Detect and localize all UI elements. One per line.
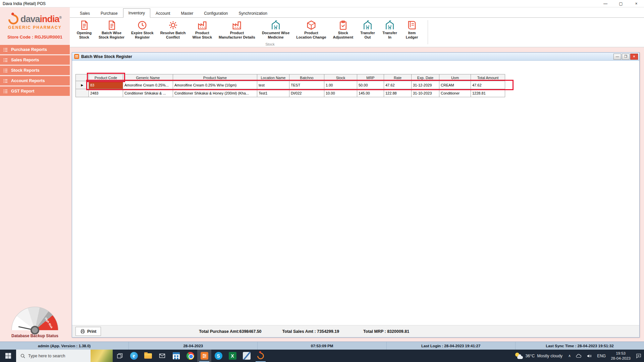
cell-stock[interactable]: 10.00 — [324, 89, 357, 97]
tray-language[interactable]: ENG — [595, 350, 608, 362]
col-product-name[interactable]: Product Name — [173, 74, 257, 81]
cell-total-amount[interactable]: 1228.81 — [471, 89, 505, 97]
clock-time: 19:53 — [616, 351, 626, 356]
current-row-arrow: ▶ — [76, 81, 89, 89]
mdi-area: Batch Wise Stock Register — ❐ × — [70, 47, 644, 342]
app-title: Dava India (Retail) POS — [0, 1, 46, 6]
start-button[interactable] — [0, 350, 16, 362]
tab-synchronization[interactable]: Synchronization — [233, 9, 273, 18]
ribbon-item-document-wise-medicine[interactable]: Document WiseMedicine — [260, 19, 291, 40]
task-view-button[interactable] — [113, 350, 127, 362]
cell-batchno[interactable]: DI/022 — [289, 89, 324, 97]
tab-purchase[interactable]: Purchase — [95, 9, 123, 18]
tray-onedrive[interactable] — [573, 350, 584, 362]
ribbon-item-product-wise-stock[interactable]: ProductWise Stock — [190, 19, 214, 40]
col-rate[interactable]: Rate — [384, 74, 412, 81]
window-close-button[interactable]: × — [629, 0, 644, 7]
col-stock[interactable]: Stock — [324, 74, 357, 81]
window-minimize-button[interactable]: — — [598, 0, 613, 7]
cell-generic-name[interactable]: Amorolfine Cream 0.25%... — [123, 81, 173, 89]
taskbar-app-calendar[interactable] — [169, 350, 183, 362]
tab-sales[interactable]: Sales — [74, 9, 95, 18]
cell-uom[interactable]: Conditioner — [439, 89, 471, 97]
cell-product-code[interactable]: 2483 — [89, 89, 123, 97]
tab-master[interactable]: Master — [175, 9, 199, 18]
taskbar-app-edge[interactable]: e — [127, 350, 141, 362]
sidebar-item-stock-reports[interactable]: Stock Reports — [0, 66, 70, 75]
cell-product-name[interactable]: Conditioner Shikakai & Honey (200ml) (Kh… — [173, 89, 257, 97]
cell-product-code[interactable]: 83 — [89, 81, 123, 89]
sidebar-item-sales-reports[interactable]: Sales Reports — [0, 55, 70, 65]
cell-total-amount[interactable]: 47.62 — [471, 81, 505, 89]
col-exp-date[interactable]: Exp. Date — [412, 74, 439, 81]
cell-location-name[interactable]: test — [257, 81, 289, 89]
cell-rate[interactable]: 47.62 — [384, 81, 412, 89]
col-generic-name[interactable]: Generic Name — [123, 74, 173, 81]
col-product-code[interactable]: Product Code — [89, 74, 123, 81]
taskbar-app-pos[interactable] — [197, 350, 211, 362]
brand-tagline: GENERIC PHARMACY — [0, 25, 70, 30]
col-total-amount[interactable]: Total Amount — [471, 74, 505, 81]
skype-icon: S — [215, 352, 222, 360]
ribbon-stock-group: OpeningStock Batch WiseStock Register Ex… — [70, 18, 644, 47]
ribbon-item-transfer-out[interactable]: TransferOut — [358, 19, 377, 40]
brand-logo: davaindia® GENERIC PHARMACY Store Code :… — [0, 7, 70, 40]
cell-mrp[interactable]: 145.00 — [357, 89, 384, 97]
cell-location-name[interactable]: Test1 — [257, 89, 289, 97]
tray-volume[interactable] — [584, 350, 595, 362]
cell-product-name[interactable]: Amorolfine Cream 0.25% W/w (10gm) — [173, 81, 257, 89]
ribbon-item-batch-wise-stock-register[interactable]: Batch WiseStock Register — [97, 19, 126, 40]
sidebar-item-gst-report[interactable]: GST Report — [0, 86, 70, 96]
ribbon-item-item-ledger[interactable]: ItemLedger — [402, 19, 422, 40]
cell-exp-date[interactable]: 31-12-2029 — [412, 81, 439, 89]
taskbar-app-skype[interactable]: S — [211, 350, 225, 362]
cell-generic-name[interactable]: Conditioner Shikakai & ... — [123, 89, 173, 97]
tab-account[interactable]: Account — [150, 9, 175, 18]
taskbar-app-davaindia[interactable] — [254, 350, 268, 362]
table-row[interactable]: ▶ 83 Amorolfine Cream 0.25%... Amorolfin… — [76, 81, 505, 89]
resolve-conflict-gear-icon — [168, 20, 178, 30]
child-close-button[interactable]: × — [630, 54, 638, 60]
taskbar-weather[interactable]: 36°C Mostly cloudy — [512, 353, 566, 359]
col-mrp[interactable]: MRP — [357, 74, 384, 81]
notification-icon — [636, 353, 642, 359]
col-batchno[interactable]: Batchno — [289, 74, 324, 81]
table-row[interactable]: 2483 Conditioner Shikakai & ... Conditio… — [76, 89, 505, 97]
tab-configuration[interactable]: Configuration — [199, 9, 233, 18]
taskbar-app-notes[interactable] — [239, 350, 254, 362]
document-wise-medicine-icon — [271, 20, 281, 30]
child-maximize-button[interactable]: ❐ — [622, 54, 630, 60]
cell-batchno[interactable]: TEST — [289, 81, 324, 89]
col-uom[interactable]: Uom — [439, 74, 471, 81]
tray-action-center[interactable] — [633, 350, 644, 362]
cell-exp-date[interactable]: 31-10-2023 — [412, 89, 439, 97]
stock-register-table[interactable]: Product Code Generic Name Product Name L… — [75, 74, 505, 97]
ribbon-item-expire-stock-register[interactable]: Expire StockRegister — [129, 19, 156, 40]
cell-uom[interactable]: CREAM — [439, 81, 471, 89]
child-minimize-button[interactable]: — — [613, 54, 621, 60]
col-location-name[interactable]: Location Name — [257, 74, 289, 81]
tray-show-hidden-icons[interactable]: ∧ — [566, 350, 573, 362]
ribbon-item-product-manufacturer-details[interactable]: ProductManufacturer Details — [217, 19, 257, 40]
cell-rate[interactable]: 122.88 — [384, 89, 412, 97]
window-maximize-button[interactable]: ▢ — [613, 0, 629, 7]
ribbon-item-stock-adjustment[interactable]: StockAdjustment — [331, 19, 356, 40]
sidebar-item-purchase-reports[interactable]: Purchase Reports — [0, 45, 70, 54]
print-button[interactable]: Print — [75, 327, 101, 336]
ribbon-item-product-location-change[interactable]: ProductLocation Change — [294, 19, 328, 40]
taskbar-app-file-explorer[interactable] — [141, 350, 155, 362]
taskbar-app-chrome[interactable] — [183, 350, 197, 362]
taskbar-app-mail[interactable] — [155, 350, 169, 362]
ribbon-tabstrip: Sales Purchase Inventory Account Master … — [70, 7, 644, 18]
ribbon-item-transfer-in[interactable]: TransferIn — [380, 19, 399, 40]
tray-clock[interactable]: 19:53 28-04-2023 — [608, 351, 633, 361]
taskbar-search-box[interactable]: Type here to search — [16, 350, 113, 362]
manufacturer-details-icon — [232, 20, 242, 30]
cell-stock[interactable]: 1.00 — [324, 81, 357, 89]
sidebar-item-account-reports[interactable]: Account Reports — [0, 76, 70, 85]
taskbar-app-excel[interactable]: X — [225, 350, 239, 362]
tab-inventory[interactable]: Inventory — [123, 8, 150, 18]
ribbon-item-resolve-batch-conflict[interactable]: Resolve BatchConflict — [158, 19, 188, 40]
ribbon-item-opening-stock[interactable]: OpeningStock — [74, 19, 94, 40]
cell-mrp[interactable]: 50.00 — [357, 81, 384, 89]
